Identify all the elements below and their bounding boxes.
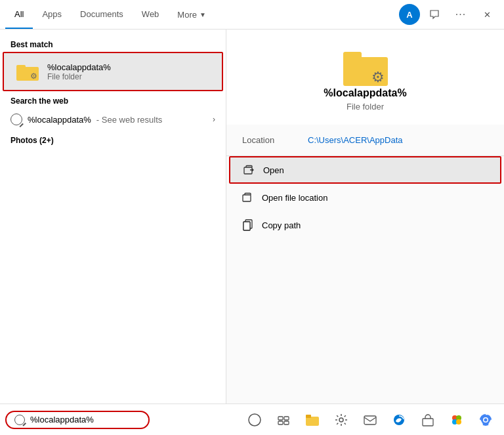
ellipsis-icon: ··· (455, 9, 466, 20)
svg-point-18 (339, 418, 343, 422)
avatar-button[interactable]: A (399, 4, 420, 25)
best-match-label: Best match (0, 35, 226, 52)
taskbar-app-buttons (242, 407, 499, 433)
taskbar-search-icon (14, 415, 25, 425)
task-view-button[interactable] (242, 407, 268, 433)
close-button[interactable]: ✕ (475, 3, 499, 26)
web-search-item[interactable]: %localappdata% - See web results › (0, 108, 226, 131)
file-explorer-button[interactable] (299, 407, 326, 433)
tab-more[interactable]: More ▼ (168, 0, 215, 29)
svg-point-11 (249, 414, 261, 426)
nav-bar: All Apps Documents Web More ▼ A ··· ✕ (0, 0, 504, 30)
svg-rect-12 (278, 417, 283, 420)
photos-icon (450, 413, 463, 426)
action-copy-path-label: Copy path (262, 220, 301, 230)
best-match-subtitle: File folder (47, 72, 111, 81)
taskbar-search-box[interactable] (5, 411, 150, 429)
svg-rect-7 (243, 195, 251, 201)
tab-documents[interactable]: Documents (71, 0, 133, 29)
settings-icon (335, 413, 348, 426)
web-search-label: Search the web (0, 91, 226, 108)
svg-rect-4 (343, 52, 362, 61)
store-icon (421, 413, 434, 426)
file-explorer-icon (305, 413, 320, 427)
detail-subtitle: File folder (346, 102, 384, 112)
action-list: Open Open file location (226, 156, 504, 239)
detail-title: %localappdata% (324, 87, 406, 99)
action-open[interactable]: Open (229, 156, 501, 184)
edge-button[interactable] (386, 407, 412, 433)
action-open-label: Open (263, 165, 284, 175)
multitasking-icon (277, 413, 290, 426)
action-open-file-location-label: Open file location (262, 193, 327, 203)
chrome-button[interactable] (472, 407, 499, 433)
svg-text:⚙: ⚙ (30, 72, 37, 81)
feedback-icon (429, 9, 440, 20)
photos-button[interactable] (444, 407, 470, 433)
open-icon (243, 164, 255, 176)
location-label: Location (242, 135, 308, 145)
svg-rect-15 (284, 421, 289, 425)
chevron-down-icon: ▼ (200, 11, 206, 18)
action-copy-path[interactable]: Copy path (226, 211, 504, 239)
tab-all[interactable]: All (5, 0, 33, 29)
svg-rect-14 (278, 421, 283, 425)
copy-path-icon (242, 219, 254, 231)
tab-web[interactable]: Web (133, 0, 169, 29)
svg-rect-16 (306, 417, 319, 426)
chevron-right-icon: › (213, 115, 215, 124)
svg-rect-13 (284, 417, 289, 420)
detail-header: ⚙ %localappdata% File folder (226, 30, 504, 125)
tab-apps[interactable]: Apps (33, 0, 71, 29)
mail-icon (364, 413, 377, 426)
svg-rect-1 (16, 65, 26, 69)
web-search-suffix: - See web results (96, 115, 162, 125)
svg-point-25 (456, 419, 461, 425)
web-search-query: %localappdata% (28, 115, 91, 125)
close-icon: ✕ (484, 10, 491, 20)
web-search-left: %localappdata% - See web results (10, 114, 162, 125)
folder-icon-wrapper: ⚙ (14, 58, 41, 85)
svg-rect-19 (364, 416, 376, 425)
settings-button[interactable] (328, 407, 354, 433)
svg-text:⚙: ⚙ (371, 69, 385, 85)
right-panel: ⚙ %localappdata% File folder Location C:… (226, 30, 504, 404)
photos-label: Photos (2+) (0, 131, 226, 148)
mail-button[interactable] (357, 407, 383, 433)
feedback-icon-button[interactable] (423, 3, 446, 26)
left-panel: Best match ⚙ %localappdata% File folder … (0, 30, 226, 404)
taskbar-search-input[interactable] (30, 415, 135, 425)
svg-rect-10 (243, 222, 250, 230)
taskbar (0, 404, 504, 435)
task-view-icon (248, 413, 261, 426)
multitasking-button[interactable] (270, 407, 297, 433)
detail-info: Location C:\Users\ACER\AppData (226, 125, 504, 156)
action-open-file-location[interactable]: Open file location (226, 184, 504, 211)
svg-rect-21 (423, 419, 433, 426)
more-options-button[interactable]: ··· (449, 3, 472, 26)
store-button[interactable] (415, 407, 441, 433)
best-match-title: %localappdata% (47, 62, 111, 72)
folder-icon: ⚙ (16, 62, 39, 81)
edge-icon (392, 413, 406, 426)
open-file-location-icon (242, 192, 254, 203)
svg-point-28 (484, 418, 488, 421)
svg-rect-6 (244, 167, 252, 174)
best-match-item[interactable]: ⚙ %localappdata% File folder (3, 52, 223, 91)
location-value[interactable]: C:\Users\ACER\AppData (308, 135, 403, 145)
search-circle-icon (10, 114, 22, 125)
chrome-icon (479, 413, 492, 426)
nav-right-controls: A ··· ✕ (399, 0, 499, 29)
best-match-text: %localappdata% File folder (47, 62, 111, 81)
svg-rect-17 (306, 415, 311, 418)
main-content: Best match ⚙ %localappdata% File folder … (0, 30, 504, 404)
detail-folder-icon: ⚙ (343, 49, 388, 87)
